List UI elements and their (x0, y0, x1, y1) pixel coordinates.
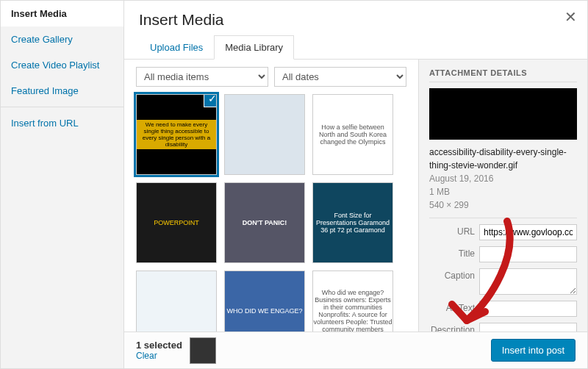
field-title: Title (429, 246, 577, 262)
modal-title: Insert Media (139, 11, 573, 29)
field-alt-text: Alt Text (429, 301, 577, 317)
attachment-filename: accessibility-disability-every-single-th… (429, 146, 577, 172)
close-icon[interactable]: ✕ (564, 8, 577, 26)
attachment-dims: 540 × 299 (429, 198, 577, 212)
media-thumb[interactable]: Font Size for Presentations Garamond 36 … (312, 182, 393, 263)
media-grid-area: All media items All dates We need to mak… (124, 60, 418, 332)
attachment-details: ATTACHMENT DETAILS accessibility-disabil… (418, 60, 587, 332)
filters: All media items All dates (136, 67, 406, 87)
selection-info: 1 selected Clear (136, 337, 216, 364)
alt-text-label: Alt Text (429, 301, 475, 313)
sidebar-item-insert-media[interactable]: Insert Media (1, 1, 123, 26)
clear-selection[interactable]: Clear (136, 351, 182, 361)
field-caption: Caption (429, 268, 577, 295)
url-input[interactable] (479, 224, 577, 240)
check-icon[interactable]: ✓ (204, 94, 217, 107)
media-thumb[interactable]: Who did we engage? Business owners: Expe… (312, 271, 393, 332)
title-label: Title (429, 246, 475, 259)
filter-type-select[interactable]: All media items (136, 67, 268, 87)
caption-label: Caption (429, 268, 475, 281)
thumb-caption: POWERPOINT (154, 219, 199, 226)
attachment-preview (429, 88, 577, 140)
alt-text-input[interactable] (479, 301, 577, 317)
title-input[interactable] (479, 246, 577, 262)
caption-input[interactable] (479, 268, 577, 295)
thumb-caption: How a selfie between North and South Kor… (313, 123, 392, 146)
filter-date-select[interactable]: All dates (274, 67, 406, 87)
modal-header: Insert Media ✕ (124, 1, 587, 35)
selection-thumb[interactable] (190, 337, 216, 364)
description-input[interactable] (479, 323, 577, 332)
media-thumb[interactable]: WHO DID WE ENGAGE? (224, 271, 305, 332)
field-url: URL (429, 224, 577, 240)
media-thumb[interactable] (136, 271, 217, 332)
thumb-caption: Font Size for Presentations Garamond 36 … (313, 212, 392, 234)
media-thumb[interactable]: We need to make every single thing acces… (136, 94, 217, 175)
media-thumb[interactable]: POWERPOINT (136, 182, 217, 263)
field-description: Description (429, 323, 577, 332)
selection-count: 1 selected (136, 340, 182, 351)
tab-media-library[interactable]: Media Library (214, 35, 294, 60)
attachment-date: August 19, 2016 (429, 172, 577, 185)
media-grid: We need to make every single thing acces… (136, 94, 406, 332)
details-heading: ATTACHMENT DETAILS (429, 68, 577, 82)
thumb-caption: DON'T PANIC! (243, 219, 287, 226)
content: All media items All dates We need to mak… (124, 60, 587, 332)
media-thumb[interactable]: DON'T PANIC! (224, 182, 305, 263)
modal-footer: 1 selected Clear Insert into post (124, 332, 587, 368)
description-label: Description (429, 323, 475, 332)
thumb-caption: WHO DID WE ENGAGE? (226, 307, 302, 315)
url-label: URL (429, 224, 475, 237)
tabs: Upload Files Media Library (124, 35, 587, 60)
sidebar: Insert Media Create Gallery Create Video… (1, 1, 124, 368)
main-panel: Insert Media ✕ Upload Files Media Librar… (124, 1, 587, 368)
attachment-meta: accessibility-disability-every-single-th… (429, 146, 577, 212)
sidebar-item-create-video-playlist[interactable]: Create Video Playlist (1, 52, 123, 78)
insert-media-modal: Insert Media Create Gallery Create Video… (0, 0, 588, 369)
sidebar-separator (1, 107, 123, 107)
thumb-caption: We need to make every single thing acces… (137, 120, 216, 149)
sidebar-item-create-gallery[interactable]: Create Gallery (1, 26, 123, 52)
attachment-size: 1 MB (429, 185, 577, 198)
thumb-caption: Who did we engage? Business owners: Expe… (313, 289, 392, 332)
sidebar-item-featured-image[interactable]: Featured Image (1, 78, 123, 104)
media-thumb[interactable]: How a selfie between North and South Kor… (312, 94, 393, 175)
media-thumb[interactable] (224, 94, 305, 175)
sidebar-item-insert-from-url[interactable]: Insert from URL (1, 110, 123, 136)
insert-into-post-button[interactable]: Insert into post (491, 339, 576, 362)
tab-upload-files[interactable]: Upload Files (139, 35, 214, 60)
